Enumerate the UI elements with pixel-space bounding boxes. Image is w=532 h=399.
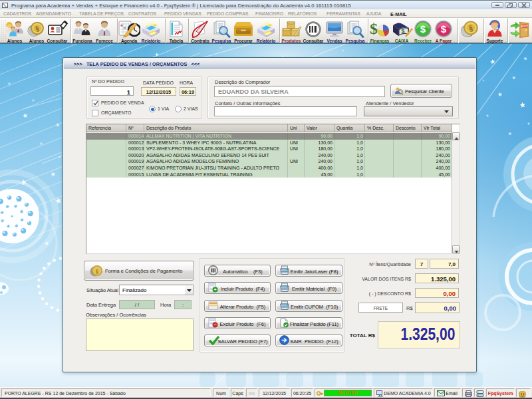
svg-text:$: $ xyxy=(401,28,404,35)
svg-text:EXIT: EXIT xyxy=(521,24,528,27)
svg-text:§: § xyxy=(96,268,99,275)
svg-text:$: $ xyxy=(370,20,378,37)
svg-text:−: − xyxy=(213,323,216,327)
svg-text:$: $ xyxy=(441,23,447,35)
svg-text:$: $ xyxy=(420,23,426,35)
svg-text:+: + xyxy=(213,287,216,292)
